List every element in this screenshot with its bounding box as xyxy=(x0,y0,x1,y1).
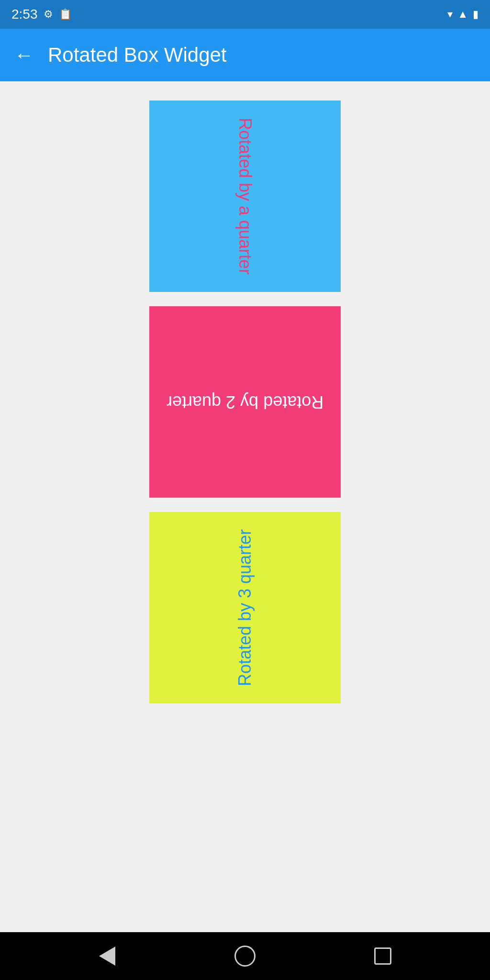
box-widget-2: Rotated by 2 quarter xyxy=(149,306,341,498)
status-bar: 2:53 ⚙ 📋 ▾ ▲ ▮ xyxy=(0,0,490,29)
status-time: 2:53 xyxy=(11,7,38,22)
settings-icon: ⚙ xyxy=(44,8,53,21)
nav-recent-icon xyxy=(374,947,391,965)
wifi-icon: ▾ xyxy=(447,8,453,21)
app-bar-title: Rotated Box Widget xyxy=(48,44,227,67)
nav-bar xyxy=(0,932,490,980)
box-label-2: Rotated by 2 quarter xyxy=(167,392,323,412)
box-widget-1: Rotated by a quarter xyxy=(149,100,341,292)
status-bar-left: 2:53 ⚙ 📋 xyxy=(11,7,72,22)
box-widget-3: Rotated by 3 quarter xyxy=(149,512,341,703)
battery-icon: ▮ xyxy=(473,8,479,21)
nav-home-button[interactable] xyxy=(231,942,259,970)
nav-home-icon xyxy=(234,946,256,967)
app-bar: ← Rotated Box Widget xyxy=(0,29,490,81)
clipboard-icon: 📋 xyxy=(59,8,72,21)
signal-icon: ▲ xyxy=(457,8,468,21)
status-bar-right: ▾ ▲ ▮ xyxy=(447,8,479,21)
back-button[interactable]: ← xyxy=(14,45,33,65)
box-label-3: Rotated by 3 quarter xyxy=(235,529,255,686)
nav-recent-button[interactable] xyxy=(368,942,397,970)
box-label-1: Rotated by a quarter xyxy=(235,118,255,275)
main-content: Rotated by a quarter Rotated by 2 quarte… xyxy=(0,81,490,932)
nav-back-icon xyxy=(99,947,115,966)
nav-back-button[interactable] xyxy=(93,942,122,970)
